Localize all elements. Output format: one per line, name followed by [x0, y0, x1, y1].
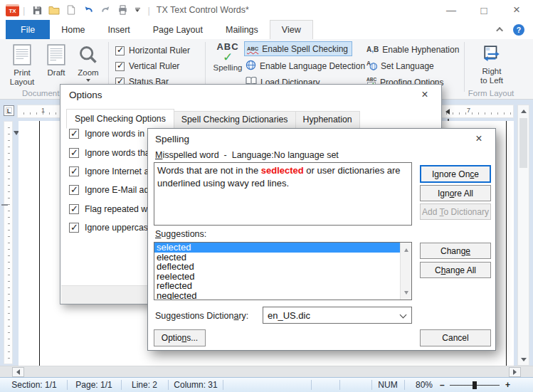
option-checkbox-repeated-words[interactable]: Flag repeated word	[69, 204, 160, 214]
quick-access-more-icon[interactable]	[132, 3, 142, 17]
suggestions-listbox[interactable]: selected elected deflected reelected ref…	[154, 242, 412, 300]
ribbon-tab-bar: File Home Insert Page Layout Mailings Vi…	[0, 20, 533, 39]
tab-spell-checking-dictionaries[interactable]: Spell Checking Dictionaries	[174, 111, 296, 128]
draft-icon	[47, 41, 65, 68]
zoom-slider-thumb[interactable]	[473, 381, 477, 389]
form-layout-group-label: Form Layout	[463, 89, 519, 97]
minimize-button[interactable]: —	[435, 0, 468, 20]
spelling-dialog-title: Spelling	[155, 134, 189, 144]
enable-language-detection-button[interactable]: Enable Language Detection	[246, 58, 365, 73]
title-bar: TX | | TX Text Control Words* — □ ×	[0, 0, 533, 20]
checked-checkbox-icon	[69, 204, 79, 214]
checked-checkbox-icon	[69, 223, 79, 233]
checkbox-vertical-ruler[interactable]: Vertical Ruler	[115, 60, 179, 73]
tab-spell-checking-options[interactable]: Spell Checking Options	[66, 109, 174, 129]
ruler-tick	[1, 204, 8, 206]
status-bar: Section: 1/1 Page: 1/1 Line: 2 Column: 3…	[0, 377, 533, 392]
option-checkbox-uppercase[interactable]: Ignore uppercase a	[69, 223, 160, 233]
options-close-icon[interactable]: ×	[418, 88, 432, 101]
checked-checkbox-icon	[69, 148, 79, 158]
tab-mailings[interactable]: Mailings	[214, 20, 270, 39]
scroll-up-icon[interactable]	[521, 110, 527, 113]
scroll-up-icon[interactable]	[404, 248, 408, 252]
ignore-all-button[interactable]: Ignore All	[420, 185, 491, 201]
ignore-once-button[interactable]: Ignore Once	[420, 165, 491, 183]
cancel-button[interactable]: Cancel	[420, 329, 491, 346]
option-checkbox-internet-addresses[interactable]: Ignore Internet add	[69, 166, 159, 176]
checked-checkbox-icon	[69, 185, 79, 195]
misspelled-word-textbox[interactable]: Words that are not in the sedlected or u…	[154, 162, 412, 226]
tab-file[interactable]: File	[6, 20, 50, 39]
open-icon[interactable]	[47, 3, 61, 17]
option-checkbox-uppercase-words[interactable]: Ignore words in UP	[69, 129, 159, 139]
undo-icon[interactable]	[81, 3, 95, 17]
spelling-dialog: Spelling × Misspelled word - Language:No…	[147, 128, 496, 351]
print-icon[interactable]	[115, 3, 130, 17]
suggestion-item[interactable]: reelected	[154, 272, 411, 282]
ruler-marker-icon[interactable]	[445, 109, 450, 115]
redo-icon[interactable]	[98, 3, 112, 17]
right-to-left-button[interactable]: Right to Left	[468, 41, 515, 88]
enable-hyphenation-button[interactable]: A,B Enable Hyphenation	[366, 42, 459, 57]
tab-insert[interactable]: Insert	[97, 20, 142, 39]
tab-hyphenation[interactable]: Hyphenation	[295, 111, 360, 128]
listbox-scrollbar[interactable]	[400, 243, 411, 300]
tab-stop-selector[interactable]: L	[4, 105, 14, 116]
status-page: Page: 1/1	[70, 378, 118, 392]
scroll-down-icon[interactable]	[404, 291, 408, 295]
change-button[interactable]: Change	[420, 243, 491, 259]
vertical-scrollbar[interactable]	[517, 105, 529, 366]
suggestion-item[interactable]: deflected	[154, 262, 411, 272]
suggestions-dictionary-dropdown[interactable]: en_US.dic	[263, 307, 412, 324]
abc-wavy-underline-icon: ABC	[247, 46, 258, 52]
zoom-in-icon[interactable]: +	[505, 378, 510, 392]
scroll-down-icon[interactable]	[521, 358, 527, 361]
draft-button[interactable]: Draft	[40, 41, 73, 88]
divider: |	[23, 5, 25, 16]
tab-page-layout[interactable]: Page Layout	[142, 20, 214, 39]
set-language-button[interactable]: A Set Language	[366, 58, 434, 73]
help-icon[interactable]: ?	[513, 24, 524, 36]
green-check-icon: ✓	[223, 52, 233, 63]
language-globe-icon: A	[366, 60, 377, 73]
print-layout-icon	[13, 41, 31, 68]
horizontal-scrollbar[interactable]	[0, 366, 533, 377]
zoom-icon	[78, 41, 98, 68]
suggestion-item[interactable]: elected	[154, 253, 411, 263]
status-column: Column: 31	[171, 378, 221, 392]
checked-checkbox-icon	[69, 129, 79, 139]
print-layout-button[interactable]: Print Layout	[6, 41, 38, 88]
checked-checkbox-icon	[115, 46, 125, 55]
vertical-scroll-thumb[interactable]	[519, 118, 527, 168]
group-separator	[464, 42, 465, 92]
right-to-left-icon	[482, 41, 501, 67]
zoom-out-icon[interactable]: –	[440, 378, 445, 392]
change-all-button[interactable]: Change All	[420, 262, 491, 278]
suggestion-item-selected[interactable]: selected	[154, 243, 411, 253]
collapse-ribbon-icon[interactable]	[496, 27, 503, 34]
tab-home[interactable]: Home	[50, 20, 96, 39]
suggestion-item[interactable]: neglected	[154, 291, 411, 301]
scroll-right-icon[interactable]	[513, 369, 517, 375]
options-button[interactable]: Options...	[154, 329, 206, 346]
maximize-button[interactable]: □	[468, 0, 500, 20]
app-logo-icon: TX	[6, 4, 19, 16]
suggestion-item[interactable]: reflected	[154, 281, 411, 291]
new-document-icon[interactable]	[64, 3, 78, 17]
close-button[interactable]: ×	[500, 0, 533, 20]
scroll-left-icon[interactable]	[16, 369, 20, 375]
save-icon[interactable]	[30, 3, 44, 17]
app-window: TX | | TX Text Control Words* — □ ×	[0, 0, 533, 392]
spelling-close-icon[interactable]: ×	[472, 132, 486, 145]
enable-spell-checking-button[interactable]: ABC Enable Spell Checking	[244, 41, 352, 56]
tab-view[interactable]: View	[270, 20, 313, 39]
status-num-lock: NUM	[373, 378, 403, 392]
add-to-dictionary-button[interactable]: Add To Dictionary	[420, 203, 491, 220]
status-section: Section: 1/1	[4, 378, 64, 392]
checkbox-horizontal-ruler[interactable]: Horizontal Ruler	[115, 44, 190, 57]
hyphenation-icon: A,B	[366, 46, 379, 53]
status-line: Line: 2	[124, 378, 165, 392]
option-checkbox-words-with[interactable]: Ignore words that c	[69, 148, 159, 158]
suggestions-dictionary-label: Suggestions Dictionary:	[155, 311, 248, 321]
zoom-button[interactable]: Zoom	[72, 41, 105, 88]
